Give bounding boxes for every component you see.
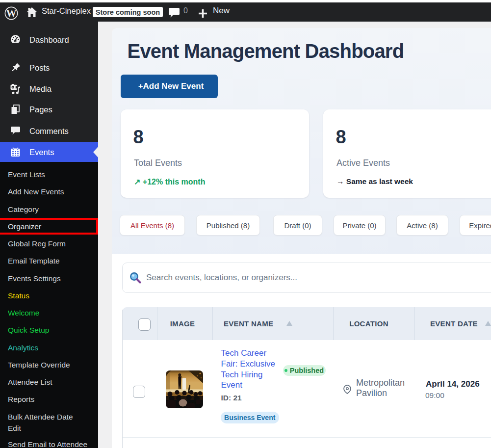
svg-text:W: W (6, 7, 17, 19)
